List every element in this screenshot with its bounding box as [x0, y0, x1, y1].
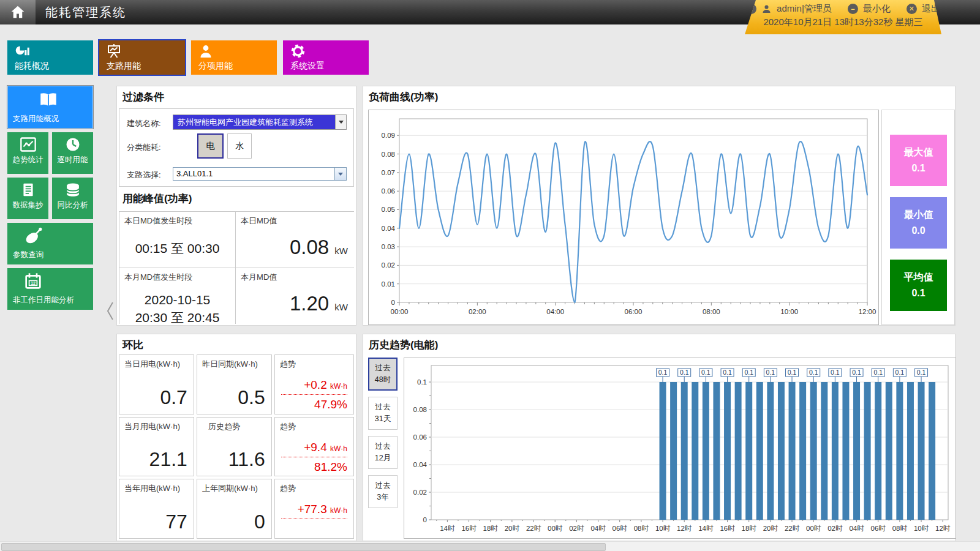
branch-select-label: 支路选择:: [127, 170, 161, 181]
ring-grid: 当日用电(kW·h) 0.7 昨日同期(kW·h) 0.5 趋势 +0.2 kW…: [119, 354, 354, 539]
sidebar-collapse-button[interactable]: [103, 298, 118, 324]
svg-text:0.1: 0.1: [809, 369, 818, 376]
sidebar-item-yoy-analysis[interactable]: 同比分析: [52, 178, 93, 219]
bar: [842, 382, 849, 520]
today-md-period-card: 本日MD值发生时段 00:15 至 00:30: [119, 212, 235, 268]
nav-tab-branch-energy[interactable]: 支路用能: [99, 40, 185, 75]
svg-text:0.1: 0.1: [680, 369, 689, 376]
svg-text:16时: 16时: [720, 525, 735, 532]
load-curve-chart-frame: 00.010.020.030.040.050.060.070.080.0900:…: [368, 110, 879, 325]
nav-tab-label: 分项用能: [198, 61, 233, 72]
year-usage-card: 当年用电(kW·h) 77: [119, 479, 194, 539]
bar: [713, 382, 720, 520]
gear-icon: [290, 43, 306, 59]
svg-text:08时: 08时: [892, 525, 908, 532]
branch-select[interactable]: 3.ALL01.1: [173, 167, 347, 181]
category-electric-button[interactable]: 电: [197, 133, 224, 159]
month-md-value: 1.20 kW: [290, 292, 348, 315]
svg-text:0.06: 0.06: [413, 433, 427, 441]
calendar-icon: 12: [23, 272, 43, 290]
peak-grid: 本日MD值发生时段 00:15 至 00:30 本日MD值 0.08 kW 本月…: [119, 211, 354, 324]
bar: [853, 382, 860, 520]
tab-past-12-months[interactable]: 过去12月: [368, 436, 398, 469]
sidebar-item-label: 参数查询: [13, 250, 43, 260]
svg-text:0.1: 0.1: [788, 369, 797, 376]
bar: [886, 382, 892, 520]
svg-text:0.1: 0.1: [658, 369, 668, 376]
chevron-down-icon: [339, 121, 344, 124]
minimize-icon[interactable]: −: [848, 4, 858, 14]
sidebar-item-label: 数据集抄: [13, 200, 43, 211]
home-icon: [10, 4, 26, 20]
sidebar-item-data-readout[interactable]: 数据集抄: [7, 178, 48, 219]
chevron-left-icon: [105, 300, 115, 322]
bar: [918, 382, 925, 520]
building-name-combobox[interactable]: 苏州智能电网产业园建筑能耗监测系统: [173, 114, 347, 130]
scrollbar-thumb[interactable]: [1, 543, 606, 551]
sidebar-item-branch-overview[interactable]: 支路用能概况: [7, 86, 93, 129]
svg-text:0.08: 0.08: [413, 406, 427, 413]
building-name-label: 建筑名称:: [127, 118, 161, 129]
home-button[interactable]: [0, 0, 36, 24]
bar: [875, 382, 881, 520]
svg-text:00时: 00时: [806, 525, 821, 532]
svg-text:22时: 22时: [785, 525, 800, 532]
svg-text:08时: 08时: [634, 525, 649, 532]
svg-text:02:00: 02:00: [469, 308, 486, 315]
sidebar-item-parameter-query[interactable]: 参数查询: [7, 223, 93, 264]
svg-text:0.04: 0.04: [382, 225, 396, 232]
person-icon: [198, 43, 213, 59]
svg-text:0.1: 0.1: [873, 369, 883, 376]
sidebar-item-hourly-energy[interactable]: 逐时用能: [52, 132, 93, 174]
svg-text:0.1: 0.1: [744, 369, 753, 376]
tab-past-3-years[interactable]: 过去3年: [368, 475, 398, 508]
avg-value-box: 平均值0.1: [890, 260, 947, 311]
svg-text:20时: 20时: [505, 525, 520, 532]
branch-dropdown-button[interactable]: [334, 168, 346, 180]
svg-text:0.04: 0.04: [413, 461, 428, 468]
svg-text:06时: 06时: [871, 525, 886, 532]
tab-past-31-days[interactable]: 过去31天: [368, 397, 398, 430]
bar: [864, 382, 871, 520]
svg-text:0.1: 0.1: [723, 369, 732, 376]
load-curve-stats: 最大值0.1 最小值0.0 平均值0.1: [881, 110, 955, 325]
bar: [821, 382, 827, 520]
clock-icon: [64, 137, 81, 152]
bar: [703, 382, 709, 520]
history-section-title: 历史趋势(电能): [369, 338, 438, 352]
svg-text:0.1: 0.1: [701, 369, 710, 376]
svg-text:0.1: 0.1: [766, 369, 775, 376]
bar: [745, 382, 752, 520]
history-trend-panel: 历史趋势(电能) 过去48时 过去31天 过去12月 过去3年 00.020.0…: [363, 334, 956, 541]
sidebar-item-trend-stats[interactable]: 趋势统计: [7, 132, 48, 174]
minimize-button[interactable]: 最小化: [863, 3, 891, 15]
category-water-button[interactable]: 水: [227, 133, 252, 159]
bar: [660, 382, 666, 520]
peak-section-title: 用能峰值(功率): [123, 192, 192, 206]
horizontal-scrollbar: [0, 541, 980, 551]
building-dropdown-button[interactable]: [335, 115, 346, 129]
satellite-dish-icon: [23, 227, 44, 246]
nav-tab-subitem-energy[interactable]: 分项用能: [191, 40, 277, 75]
sidebar-item-label: 同比分析: [58, 200, 88, 211]
tab-past-48-hours[interactable]: 过去48时: [368, 358, 398, 391]
bar: [799, 382, 806, 520]
chevron-down-icon: [338, 173, 343, 176]
bar: [810, 382, 817, 520]
history-trend-card: 历史趋势 11.6: [197, 417, 272, 477]
bar: [896, 382, 903, 520]
bar: [692, 382, 698, 520]
nav-tab-energy-overview[interactable]: 能耗概况: [7, 40, 93, 75]
sidebar: 支路用能概况 趋势统计 逐时用能: [7, 86, 93, 313]
svg-text:0.1: 0.1: [895, 369, 905, 376]
svg-text:0.09: 0.09: [382, 132, 395, 139]
bar: [735, 382, 742, 520]
pie-chart-icon: [15, 43, 30, 58]
main-nav: 能耗概况 支路用能 分项用能 系统设置: [7, 40, 369, 75]
bar: [929, 382, 935, 520]
svg-text:0.05: 0.05: [382, 206, 395, 213]
bar: [789, 382, 796, 520]
sidebar-item-nonworkday-analysis[interactable]: 12 非工作日用能分析: [7, 268, 93, 310]
nav-tab-system-settings[interactable]: 系统设置: [283, 40, 369, 75]
close-icon[interactable]: ✕: [907, 4, 917, 14]
